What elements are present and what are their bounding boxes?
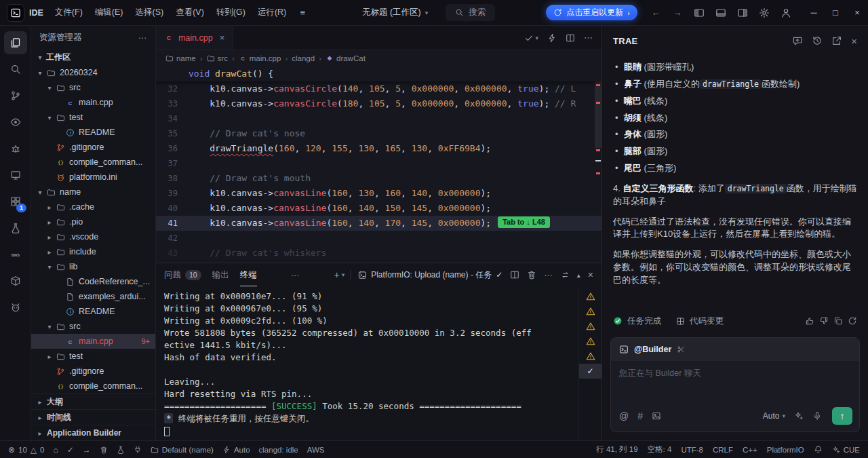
tree-item-examples_ardui...[interactable]: examples_ardui... [31,289,155,304]
thumbs-down-icon[interactable] [819,316,829,326]
pio-build-icon[interactable]: ✓ [67,445,74,455]
breadcrumb-item-src[interactable]: src [207,54,228,62]
activity-package[interactable] [4,269,27,292]
pio-upload-icon[interactable]: → [83,445,91,455]
overview-ruler[interactable] [595,66,601,263]
code-editor[interactable]: void drawCat() { 32 k10.canvas->canvasCi… [156,66,601,263]
aws-status[interactable]: AWS [307,446,325,454]
cursor-position[interactable]: 行 41, 列 19 [596,444,637,455]
sticky-scroll-line[interactable]: void drawCat() { [156,66,601,81]
terminal-item-warning[interactable] [579,334,601,349]
code-line-41[interactable]: 41 k10.canvas->canvasLine(160, 140, 170,… [156,216,601,231]
sidebar-section-1[interactable]: ▸时间线 [31,409,155,425]
notifications-bell-icon[interactable] [814,445,823,454]
clangd-status[interactable]: clangd: idle [259,446,298,454]
send-button[interactable]: ↑ [832,407,852,425]
toggle-panel-icon[interactable] [711,3,731,23]
panel-tab-2[interactable]: 终端 [240,263,257,286]
terminal-output[interactable]: Writing at 0x000910e7... (91 %)Writing a… [156,286,578,440]
tree-item-README[interactable]: README [31,304,155,319]
close-window-button[interactable]: × [846,0,868,26]
code-line-43[interactable]: 43 // Draw cat's whiskers [156,246,601,261]
toggle-sidebar-icon[interactable] [689,3,709,23]
activity-search[interactable] [4,58,27,81]
tree-item-20260324[interactable]: ▾20260324 [31,65,155,80]
activity-explorer[interactable] [4,31,27,54]
workspace-selector[interactable]: 无标题 (工作区) ▾ [362,7,428,18]
builder-tools-icon[interactable] [677,345,685,354]
tree-item-platformio.ini[interactable]: platformio.ini [31,170,155,185]
breadcrumb-item-name[interactable]: name [165,54,196,62]
tree-item-main.cpp[interactable]: Cmain.cpp [31,95,155,110]
swap-panel-icon[interactable] [561,271,570,280]
enhance-prompt-icon[interactable] [794,411,804,421]
split-editor-icon[interactable] [566,33,575,43]
encoding[interactable]: UTF-8 [681,446,703,454]
copy-icon[interactable] [833,316,843,326]
context-tag-icon[interactable]: # [637,411,643,421]
regenerate-icon[interactable] [848,316,857,326]
pio-test-icon[interactable] [117,446,125,454]
new-terminal-button[interactable]: +▾ [334,269,351,280]
menu-item-2[interactable]: 选择(S) [129,0,170,26]
new-chat-icon[interactable] [792,35,803,46]
thumbs-up-icon[interactable] [805,316,814,326]
maximize-panel-icon[interactable]: ▴ [577,271,580,279]
builder-header[interactable]: @Builder [611,338,859,361]
pio-monitor-icon[interactable] [134,446,142,454]
code-line-34[interactable]: 34 [156,111,601,126]
menu-item-4[interactable]: 转到(G) [210,0,252,26]
tree-item-.cache[interactable]: ▸.cache [31,199,155,214]
explorer-more-icon[interactable]: ⋯ [138,33,147,43]
chat-input[interactable]: 您正在与 Builder 聊天 [611,361,859,403]
activity-flask[interactable] [4,216,27,240]
sidebar-section-0[interactable]: ▸大纲 [31,394,155,409]
pio-home-icon[interactable]: ⌂ [54,445,58,455]
activity-monitor[interactable] [4,164,27,187]
activity-eye[interactable] [4,111,27,134]
code-line-42[interactable]: 42 [156,231,601,246]
tree-item-README[interactable]: README [31,125,155,140]
maximize-button[interactable]: □ [825,0,846,26]
terminal-item-warning[interactable] [579,304,601,319]
tree-item-compile_comman...[interactable]: {}compile_comman... [31,379,155,394]
tree-item-test[interactable]: ▾test [31,110,155,125]
code-change-label[interactable]: 代码变更 [690,316,724,327]
pio-env-selector[interactable]: Default (name) [151,446,214,454]
activity-debug[interactable] [4,137,27,160]
activity-extensions[interactable]: 1 [4,190,27,213]
code-line-38[interactable]: 38 // Draw cat's mouth [156,171,601,186]
menu-item-3[interactable]: 查看(V) [170,0,210,26]
breadcrumb-item-main.cpp[interactable]: Cmain.cpp [239,54,281,62]
close-tab-icon[interactable]: × [220,33,225,43]
tree-item-.gitignore[interactable]: .gitignore [31,364,155,379]
menu-item-5[interactable]: 运行(R) [252,0,292,26]
quick-run-icon[interactable] [547,33,557,43]
panel-tab-1[interactable]: 输出 [212,263,229,286]
panel-tabs-more-icon[interactable]: ⋯ [291,270,300,280]
tree-item-include[interactable]: ▸include [31,244,155,259]
code-line-37[interactable]: 37 [156,156,601,171]
menu-item-0[interactable]: 文件(F) [49,0,89,26]
open-in-window-icon[interactable] [831,35,842,46]
code-line-40[interactable]: 40 k10.canvas->canvasLine(160, 140, 150,… [156,201,601,216]
toggle-secondary-sidebar-icon[interactable] [732,3,753,23]
cue-status[interactable]: CUE [832,446,860,454]
global-search[interactable]: 搜索 [446,4,495,21]
mention-icon[interactable]: @ [619,411,629,421]
terminal-item-warning[interactable] [579,349,601,364]
sidebar-section-2[interactable]: ▸Application Builder [31,425,155,440]
pio-clean-icon[interactable] [100,446,108,454]
nav-back-button[interactable]: ← [646,3,666,23]
serial-port-auto[interactable]: Auto [222,446,250,454]
code-line-36[interactable]: 36 drawTriangle(160, 120, 155, 130, 165,… [156,141,601,156]
problems-status[interactable]: ⊗ 10 △ 0 [8,445,45,455]
tree-item-src[interactable]: ▾src [31,80,155,95]
split-terminal-icon[interactable] [510,270,519,280]
tab-main-cpp[interactable]: C main.cpp × [156,26,233,50]
microphone-icon[interactable] [812,411,822,421]
attach-image-icon[interactable] [652,411,661,421]
minimize-button[interactable]: ─ [803,0,825,26]
tree-item-.pio[interactable]: ▸.pio [31,214,155,229]
close-panel-icon[interactable]: × [588,269,593,280]
